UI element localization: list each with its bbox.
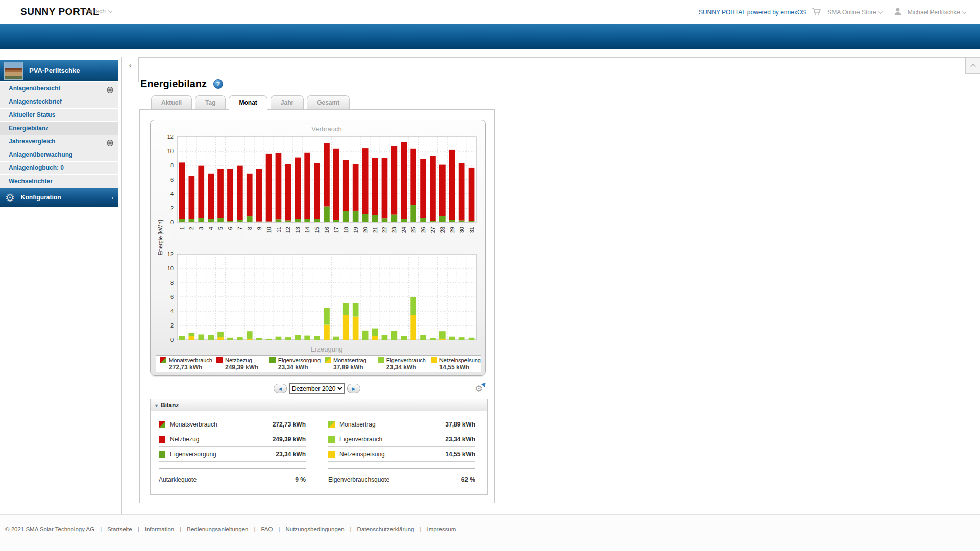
color-swatch xyxy=(378,357,384,363)
sidebar-item-anlagen-berwachung[interactable]: Anlagenüberwachung xyxy=(0,148,118,161)
sidebar-item-konfiguration[interactable]: ⚙ Konfiguration › xyxy=(0,188,118,207)
svg-text:6: 6 xyxy=(170,294,174,300)
legend-entry-top: Netzeinspeisung xyxy=(431,357,481,363)
bilanz-row-label: Netzeinspeisung xyxy=(339,450,385,458)
legend-entry-top: Monatsertrag xyxy=(325,357,374,363)
svg-text:20: 20 xyxy=(362,227,369,233)
svg-text:31: 31 xyxy=(469,227,475,233)
language-label: Deutsch xyxy=(83,8,106,15)
export-settings-icon[interactable]: ⚙ xyxy=(475,383,486,394)
sidebar-item-label: Anlagenüberwachung xyxy=(9,151,72,158)
svg-text:28: 28 xyxy=(439,227,446,233)
svg-text:9: 9 xyxy=(256,227,262,230)
footer-link-information[interactable]: Information xyxy=(145,526,175,532)
powered-by-link[interactable]: SUNNY PORTAL powered by ennexOS xyxy=(699,9,806,16)
online-store-label: SMA Online Store xyxy=(827,9,876,16)
bilanz-quote-value: 9 % xyxy=(295,476,306,483)
color-swatch xyxy=(325,357,331,363)
svg-text:12: 12 xyxy=(285,227,291,233)
footer-link-startseite[interactable]: Startseite xyxy=(107,526,132,532)
sidebar-item-label: Aktueller Status xyxy=(9,111,55,118)
bilanz-header[interactable]: ▾ Bilanz xyxy=(151,399,487,411)
bilanz-row-value: 14,55 kWh xyxy=(445,450,475,458)
svg-text:27: 27 xyxy=(430,227,436,233)
page: SUNNY PORTAL Deutsch SUNNY PORTAL powere… xyxy=(0,0,980,551)
legend-value: 23,34 kWh xyxy=(278,364,321,371)
legend-value: 272,73 kWh xyxy=(169,364,212,371)
footer-link-bedienungsanleitungen[interactable]: Bedienungsanleitungen xyxy=(187,526,248,532)
language-select[interactable]: Deutsch xyxy=(83,8,112,15)
user-menu[interactable]: Michael Perlitschke xyxy=(908,9,966,16)
svg-text:4: 4 xyxy=(170,191,174,197)
help-icon[interactable]: ? xyxy=(213,79,223,89)
month-select[interactable]: Dezember 2020 xyxy=(289,383,345,394)
sidebar-item-jahresvergleich[interactable]: Jahresvergleich xyxy=(0,135,118,148)
bilanz-row-value: 23,34 kWh xyxy=(445,436,475,443)
sidebar-item-anlagen-bersicht[interactable]: Anlagenübersicht xyxy=(0,82,118,95)
svg-text:5: 5 xyxy=(217,227,224,230)
footer-link-datenschutzerkl-rung[interactable]: Datenschutzerklärung xyxy=(357,526,414,532)
tab-jahr[interactable]: Jahr xyxy=(271,95,304,109)
legend-label: Netzbezug xyxy=(225,357,252,363)
bilanz-row-label: Monatsverbrauch xyxy=(170,421,217,428)
tab-gesamt[interactable]: Gesamt xyxy=(307,95,350,109)
verbrauch-chart: 024681012Verbrauch1234567891011121314151… xyxy=(154,123,483,248)
footer-link-faq[interactable]: FAQ xyxy=(261,526,273,532)
prev-month-button[interactable]: ◀ xyxy=(274,384,287,393)
svg-text:6: 6 xyxy=(227,227,233,230)
svg-text:30: 30 xyxy=(459,227,465,233)
tab-bar: AktuellTagMonatJahrGesamt xyxy=(151,95,350,110)
month-selector: ◀ Dezember 2020 ▶ xyxy=(274,383,360,394)
color-swatch xyxy=(159,451,165,458)
next-month-button[interactable]: ▶ xyxy=(347,384,360,393)
legend-entry-top: Netzbezug xyxy=(216,357,265,363)
svg-text:24: 24 xyxy=(401,227,407,233)
legend-entry-top: Eigenverbrauch xyxy=(378,357,427,363)
svg-text:26: 26 xyxy=(420,227,426,233)
bilanz-row-label: Eigenversorgung xyxy=(170,450,216,458)
bilanz-row-label: Monatsertrag xyxy=(339,421,376,428)
sidebar-item-energiebilanz[interactable]: Energiebilanz xyxy=(0,122,118,135)
legend-entry: Netzeinspeisung14,55 kWh xyxy=(427,357,481,371)
bilanz-quote-row: Eigenverbrauchsquote62 % xyxy=(328,472,475,487)
color-swatch xyxy=(431,357,437,363)
legend-label: Netzeinspeisung xyxy=(439,357,481,363)
sidebar-item-anlagensteckbrief[interactable]: Anlagensteckbrief xyxy=(0,95,118,108)
online-store-link[interactable]: SMA Online Store xyxy=(827,9,881,16)
sidebar-item-wechselrichter[interactable]: Wechselrichter xyxy=(0,175,118,188)
color-swatch xyxy=(160,357,166,363)
plant-name: PVA-Perlitschke xyxy=(29,67,80,74)
footer-copyright: © 2021 SMA Solar Technology AG xyxy=(5,526,94,532)
collapse-sidebar-button[interactable]: ‹ xyxy=(121,57,139,82)
plant-header[interactable]: PVA-Perlitschke xyxy=(0,60,118,81)
bilanz-row: Eigenverbrauch23,34 kWh xyxy=(328,432,475,447)
erzeugung-chart: 024681012Erzeugung xyxy=(154,251,483,357)
svg-text:6: 6 xyxy=(170,177,174,183)
tab-tag[interactable]: Tag xyxy=(195,95,226,109)
footer-separator: | xyxy=(278,526,280,532)
bilanz-row-value: 272,73 kWh xyxy=(273,421,306,428)
chart-legend: Monatsverbrauch272,73 kWhNetzbezug249,39… xyxy=(156,355,481,372)
sidebar-item-aktueller-status[interactable]: Aktueller Status xyxy=(0,109,118,121)
tab-monat[interactable]: Monat xyxy=(229,95,267,110)
scroll-top-button[interactable] xyxy=(965,57,980,74)
charts: Energie [kWh] 024681012Verbrauch12345678… xyxy=(154,123,483,353)
bilanz-row: Netzbezug249,39 kWh xyxy=(159,432,306,447)
sidebar-item-label: Jahresvergleich xyxy=(9,138,55,145)
svg-text:10: 10 xyxy=(167,265,174,271)
footer-link-impressum[interactable]: Impressum xyxy=(427,526,456,532)
tab-aktuell[interactable]: Aktuell xyxy=(151,95,192,109)
svg-text:14: 14 xyxy=(304,227,310,233)
legend-value: 14,55 kWh xyxy=(439,364,481,371)
sidebar-menu: AnlagenübersichtAnlagensteckbriefAktuell… xyxy=(0,82,118,188)
color-swatch xyxy=(216,357,223,363)
footer-link-nutzungsbedingungen[interactable]: Nutzungsbedingungen xyxy=(285,526,344,532)
svg-text:0: 0 xyxy=(170,337,174,343)
legend-label: Monatsverbrauch xyxy=(169,357,212,363)
bilanz-row-value: 249,39 kWh xyxy=(273,436,306,443)
svg-text:1: 1 xyxy=(179,227,185,230)
sidebar-item-anlagenlogbuch-0[interactable]: Anlagenlogbuch: 0 xyxy=(0,162,118,174)
color-swatch xyxy=(159,421,165,428)
svg-text:8: 8 xyxy=(247,227,253,230)
svg-text:12: 12 xyxy=(167,134,174,140)
